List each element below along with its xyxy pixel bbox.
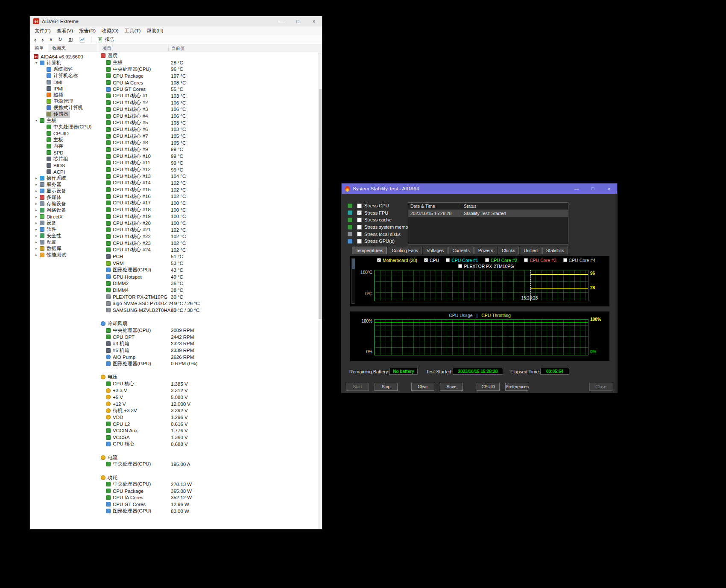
tree-item[interactable]: CPUID	[30, 130, 98, 137]
sensor-row[interactable]: CPU #1/核心 #1199 °C	[98, 160, 318, 166]
checkbox[interactable]	[563, 258, 567, 262]
tree-item[interactable]: DMI	[30, 79, 98, 85]
tab-currents[interactable]: Currents	[448, 247, 473, 254]
column-header-value[interactable]: 当前值	[168, 46, 185, 52]
chevron-right-icon[interactable]: ▸	[33, 234, 39, 238]
sensor-row[interactable]: CPU #1/核心 #19100 °C	[98, 213, 318, 220]
tree-item[interactable]: ▾主板	[30, 117, 98, 124]
chevron-right-icon[interactable]: ▸	[33, 189, 39, 193]
sensor-row[interactable]: VDD1.296 V	[98, 414, 318, 421]
checkbox[interactable]	[524, 258, 528, 262]
chevron-right-icon[interactable]: ▸	[33, 176, 39, 180]
section-row[interactable]: 冷却风扇	[98, 320, 318, 327]
tab-menu[interactable]: 菜单	[30, 44, 48, 52]
checkbox[interactable]	[357, 225, 362, 230]
back-icon[interactable]: ‹	[34, 37, 36, 43]
tree-item[interactable]: ▸DirectX	[30, 213, 98, 220]
checkbox[interactable]	[458, 264, 462, 268]
sensor-row[interactable]: CPU #1/核心 #18100 °C	[98, 207, 318, 213]
sensor-row[interactable]: aigo NVMe SSD P7000Z 2TB41 °C / 26 °C	[98, 300, 318, 307]
section-row[interactable]: 功耗	[98, 474, 318, 481]
sensor-row[interactable]: AIO Pump2626 RPM	[98, 354, 318, 361]
sensor-row[interactable]: CPU #1/核心 #1099 °C	[98, 153, 318, 160]
tree-item[interactable]: ▸设备	[30, 220, 98, 226]
chevron-down-icon[interactable]: ▾	[33, 119, 39, 122]
sensor-row[interactable]: CPU #1/核心 #17100 °C	[98, 200, 318, 207]
tab-statistics[interactable]: Statistics	[542, 247, 568, 254]
tree-item[interactable]: ▸存储设备	[30, 201, 98, 207]
tree-item[interactable]: ▸数据库	[30, 245, 98, 252]
sensor-row[interactable]: +5 V5.080 V	[98, 394, 318, 401]
sensor-row[interactable]: GPU Hotspot49 °C	[98, 274, 318, 280]
tree-item[interactable]: ▸多媒体	[30, 194, 98, 201]
menu-item[interactable]: 帮助(H)	[143, 28, 166, 34]
sensor-row[interactable]: CPU L20.616 V	[98, 421, 318, 428]
graph-scrollbar[interactable]	[351, 258, 355, 304]
minimize-icon[interactable]: —	[273, 16, 290, 26]
report-button[interactable]: 报告	[97, 36, 115, 43]
chevron-right-icon[interactable]: ▸	[33, 195, 39, 199]
tab-voltages[interactable]: Voltages	[423, 247, 448, 254]
sensor-row[interactable]: 中央处理器(CPU)96 °C	[98, 66, 318, 73]
sensor-row[interactable]: PLEXTOR PX-2TM10PG30 °C	[98, 294, 318, 300]
sensor-row[interactable]: CPU #1/核心 #13104 °C	[98, 173, 318, 180]
graph-icon[interactable]	[79, 37, 85, 43]
clear-button[interactable]: Clear	[411, 383, 434, 391]
sensor-row[interactable]: +12 V12.000 V	[98, 401, 318, 408]
sensor-row[interactable]: CPU #1/核心 #8105 °C	[98, 140, 318, 146]
sensor-row[interactable]: CPU #1/核心 #1299 °C	[98, 166, 318, 173]
tab-unified[interactable]: Unified	[520, 247, 542, 254]
section-row[interactable]: 电压	[98, 374, 318, 381]
sensor-row[interactable]: VRM53 °C	[98, 260, 318, 267]
checkbox[interactable]	[357, 232, 362, 236]
sensor-row[interactable]: DIMM236 °C	[98, 280, 318, 287]
sensor-row[interactable]: SAMSUNG MZVLB2T0HALB-...40 °C / 38 °C	[98, 307, 318, 314]
sensor-row[interactable]: CPU #1/核心 #20100 °C	[98, 220, 318, 227]
sensor-row[interactable]: CPU #1/核心 #22102 °C	[98, 233, 318, 240]
tree-item[interactable]: ▸软件	[30, 226, 98, 233]
sensor-row[interactable]: CPU IA Cores108 °C	[98, 79, 318, 86]
chevron-right-icon[interactable]: ▸	[33, 183, 39, 186]
chevron-right-icon[interactable]: ▸	[33, 208, 39, 212]
tree-item[interactable]: ▸安全性	[30, 233, 98, 239]
chevron-right-icon[interactable]: ▸	[33, 215, 39, 218]
scrollbar-thumb[interactable]	[319, 89, 322, 319]
preferences-button[interactable]: Preferences	[505, 383, 528, 391]
sensor-row[interactable]: CPU #1/核心 #7105 °C	[98, 133, 318, 140]
tab-cooling-fans[interactable]: Cooling Fans	[388, 247, 422, 254]
chevron-right-icon[interactable]: ▸	[33, 247, 39, 250]
sensor-row[interactable]: +3.3 V3.312 V	[98, 387, 318, 394]
sensor-row[interactable]: CPU #1/核心 #5103 °C	[98, 119, 318, 126]
tree-item[interactable]: 超频	[30, 92, 98, 98]
menu-item[interactable]: 报告(R)	[76, 28, 99, 34]
chevron-right-icon[interactable]: ▸	[33, 227, 39, 231]
sensor-row[interactable]: CPU #1/核心 #2106 °C	[98, 99, 318, 106]
refresh-icon[interactable]: ↻	[58, 37, 62, 42]
tree-item[interactable]: 系统概述	[30, 66, 98, 73]
sensor-row[interactable]: GPU 核心0.688 V	[98, 441, 318, 448]
tree-item[interactable]: ▾计算机	[30, 60, 98, 66]
sensor-row[interactable]: 中央处理器(CPU)2089 RPM	[98, 327, 318, 334]
sensor-row[interactable]: CPU OPT2442 RPM	[98, 334, 318, 341]
tree-item[interactable]: 电源管理	[30, 98, 98, 105]
sensor-row[interactable]: CPU #1/核心 #24102 °C	[98, 247, 318, 253]
sensor-row[interactable]: CPU Package365.08 W	[98, 488, 318, 495]
sensor-row[interactable]: CPU #1/核心 #3106 °C	[98, 106, 318, 113]
chevron-down-icon[interactable]: ▾	[33, 61, 39, 65]
sensor-row[interactable]: PCH51 °C	[98, 253, 318, 260]
sensor-row[interactable]: CPU #1/核心 #15102 °C	[98, 186, 318, 193]
tree-item[interactable]: 便携式计算机	[30, 105, 98, 111]
sensor-row[interactable]: CPU #1/核心 #14102 °C	[98, 180, 318, 186]
tree-item[interactable]: 芯片组	[30, 156, 98, 162]
menu-item[interactable]: 文件(F)	[32, 28, 54, 34]
menu-item[interactable]: 查看(V)	[54, 28, 76, 34]
sensor-row[interactable]: CPU #1/核心 #21102 °C	[98, 227, 318, 233]
menu-item[interactable]: 工具(T)	[122, 28, 144, 34]
checkbox[interactable]	[357, 204, 362, 208]
sst-minimize-icon[interactable]: —	[568, 183, 585, 194]
sensor-row[interactable]: CPU GT Cores55 °C	[98, 86, 318, 93]
tree-item[interactable]: BIOS	[30, 162, 98, 169]
sensor-row[interactable]: 图形处理器(GPU)0 RPM (0%)	[98, 361, 318, 367]
up-icon[interactable]: ∧	[49, 37, 53, 42]
tree-item[interactable]: 64AIDA64 v6.92.6600	[30, 53, 98, 60]
